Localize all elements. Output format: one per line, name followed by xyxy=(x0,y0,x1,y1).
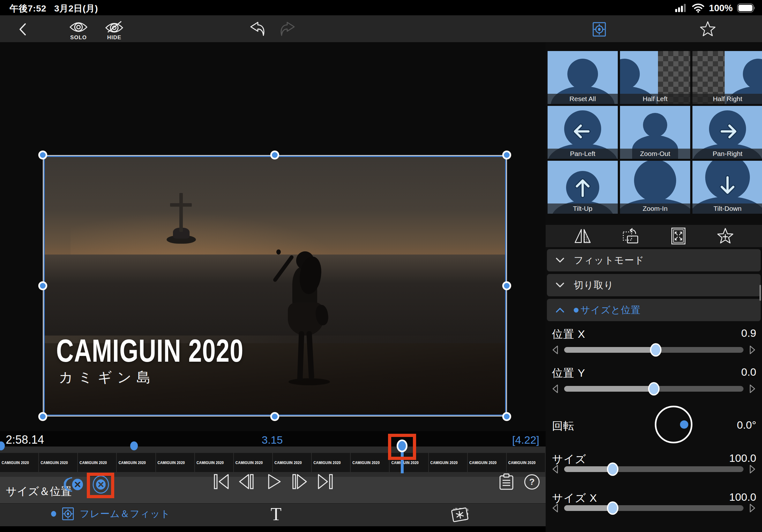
slider-thumb[interactable] xyxy=(607,501,618,515)
selection-handle-bottom-center[interactable] xyxy=(270,412,279,421)
slider-decrement-arrow[interactable] xyxy=(551,464,559,474)
filmstrip-thumbnail[interactable]: CAMIGUIN 2020 xyxy=(351,453,390,472)
preset-half-left-button[interactable]: Half Left xyxy=(620,51,690,104)
filmstrip-thumbnail[interactable]: CAMIGUIN 2020 xyxy=(468,453,507,472)
tab-effects[interactable] xyxy=(449,505,472,525)
remove-all-keyframes-button[interactable] xyxy=(64,476,84,493)
save-preset-star-button[interactable] xyxy=(717,228,734,244)
param-position-y-label: 位置 Y xyxy=(552,366,585,380)
rotate-button[interactable] xyxy=(622,228,640,244)
filmstrip-thumbnail[interactable]: CAMIGUIN 2020 xyxy=(507,453,546,472)
slider-decrement-arrow[interactable] xyxy=(551,345,559,355)
help-button[interactable]: ? xyxy=(524,474,540,490)
filmstrip-clip-label: CAMIGUIN 2020 xyxy=(0,460,29,465)
cell-signal-icon xyxy=(675,3,687,13)
section-fit-mode[interactable]: フィットモード xyxy=(547,249,761,271)
preset-reset-all-button[interactable]: Reset All xyxy=(548,51,618,104)
frame-fit-mode-button[interactable] xyxy=(591,21,608,37)
preset-label: Half Left xyxy=(620,94,690,104)
slider-thumb[interactable] xyxy=(648,382,659,395)
filmstrip-thumbnail[interactable]: CAMIGUIN 2020 xyxy=(429,453,468,472)
size-slider[interactable] xyxy=(551,462,756,476)
selection-handle-mid-left[interactable] xyxy=(38,281,47,290)
tab-text-tool[interactable]: T xyxy=(270,504,281,524)
size-x-slider[interactable] xyxy=(551,501,756,515)
fill-frame-button[interactable] xyxy=(670,227,686,245)
slider-thumb[interactable] xyxy=(607,462,618,476)
preset-zoom-out-button[interactable]: Zoom-Out xyxy=(620,106,690,159)
frame-fit-icon xyxy=(61,505,75,522)
frame-forward-icon xyxy=(291,474,308,490)
next-frame-button[interactable] xyxy=(291,474,308,490)
filmstrip[interactable]: CAMIGUIN 2020CAMIGUIN 2020CAMIGUIN 2020C… xyxy=(0,453,546,472)
filmstrip-thumbnail[interactable]: CAMIGUIN 2020 xyxy=(78,453,117,472)
selection-handle-top-right[interactable] xyxy=(502,151,511,160)
position-y-slider[interactable] xyxy=(551,382,756,396)
filmstrip-thumbnail[interactable]: CAMIGUIN 2020 xyxy=(195,453,234,472)
section-size-position[interactable]: サイズと位置 xyxy=(547,299,761,321)
redo-button[interactable] xyxy=(279,21,296,37)
filmstrip-thumbnail[interactable]: CAMIGUIN 2020 xyxy=(0,453,39,472)
keyframes-stack-icon xyxy=(64,476,84,493)
skip-to-start-icon xyxy=(213,474,231,490)
play-button[interactable] xyxy=(267,474,281,490)
favorite-button[interactable] xyxy=(700,21,716,37)
hide-button[interactable]: HIDE xyxy=(104,21,124,41)
slider-thumb[interactable] xyxy=(650,343,661,357)
filmstrip-thumbnail[interactable]: CAMIGUIN 2020 xyxy=(117,453,156,472)
selection-handle-bottom-left[interactable] xyxy=(38,412,47,421)
param-rotation-value: 0.0° xyxy=(737,419,756,431)
tab-frame-and-fit[interactable]: フレーム＆フィット xyxy=(51,505,170,522)
wifi-icon xyxy=(692,3,705,13)
selection-handle-mid-right[interactable] xyxy=(502,281,511,290)
frame-back-icon xyxy=(238,474,255,490)
slider-track[interactable] xyxy=(564,347,743,353)
slider-increment-arrow[interactable] xyxy=(749,345,756,355)
slider-track[interactable] xyxy=(564,386,743,392)
slider-decrement-arrow[interactable] xyxy=(551,384,559,394)
slider-track[interactable] xyxy=(564,505,743,511)
rotation-dial-handle[interactable] xyxy=(680,420,688,429)
back-button[interactable] xyxy=(17,22,29,36)
slider-decrement-arrow[interactable] xyxy=(551,503,559,513)
slider-increment-arrow[interactable] xyxy=(749,384,756,394)
slider-increment-arrow[interactable] xyxy=(749,503,756,513)
filmstrip-thumbnail[interactable]: CAMIGUIN 2020 xyxy=(273,453,312,472)
panel-scrollbar[interactable] xyxy=(759,285,761,301)
preset-half-right-button[interactable]: Half Right xyxy=(692,51,762,104)
filmstrip-thumbnail[interactable]: CAMIGUIN 2020 xyxy=(156,453,195,472)
position-x-slider[interactable] xyxy=(551,343,756,357)
slider-track[interactable] xyxy=(564,466,743,472)
slider-increment-arrow[interactable] xyxy=(749,464,756,474)
selection-handle-bottom-right[interactable] xyxy=(502,412,511,421)
preset-label: Pan-Left xyxy=(548,149,618,159)
preset-tilt-up-button[interactable]: Tilt-Up xyxy=(548,161,618,214)
jump-to-end-button[interactable] xyxy=(316,474,334,490)
preset-pan-left-button[interactable]: Pan-Left xyxy=(548,106,618,159)
undo-button[interactable] xyxy=(249,21,266,37)
clip-film-area: CAMIGUIN 2020CAMIGUIN 2020CAMIGUIN 2020C… xyxy=(0,446,546,477)
preset-zoom-in-button[interactable]: Zoom-In xyxy=(620,161,690,214)
section-crop[interactable]: 切り取り xyxy=(547,274,761,296)
keyframe-marker[interactable] xyxy=(130,441,138,450)
flip-horizontal-button[interactable] xyxy=(574,228,592,244)
filmstrip-clip-label: CAMIGUIN 2020 xyxy=(39,460,68,465)
preset-pan-right-button[interactable]: Pan-Right xyxy=(692,106,762,159)
param-position-y-value: 0.0 xyxy=(741,366,756,378)
video-frame[interactable]: CAMIGUIN 2020 カミギン島 xyxy=(43,155,507,417)
filmstrip-thumbnail[interactable]: CAMIGUIN 2020 xyxy=(39,453,78,472)
jump-to-start-button[interactable] xyxy=(213,474,231,490)
preset-tilt-down-button[interactable]: Tilt-Down xyxy=(692,161,762,214)
selection-handle-top-left[interactable] xyxy=(38,151,47,160)
previous-frame-button[interactable] xyxy=(238,474,255,490)
rotation-dial[interactable] xyxy=(655,406,692,443)
filmstrip-thumbnail[interactable]: CAMIGUIN 2020 xyxy=(312,453,351,472)
clip-info-button[interactable] xyxy=(498,473,515,491)
selection-handle-top-center[interactable] xyxy=(270,151,279,160)
filmstrip-clip-label: CAMIGUIN 2020 xyxy=(429,460,458,465)
solo-button[interactable]: SOLO xyxy=(69,21,88,41)
tab-frame-and-fit-label: フレーム＆フィット xyxy=(80,507,170,520)
filmstrip-thumbnail[interactable]: CAMIGUIN 2020 xyxy=(234,453,273,472)
filmstrip-clip-label: CAMIGUIN 2020 xyxy=(117,460,146,465)
battery-icon xyxy=(737,4,756,13)
